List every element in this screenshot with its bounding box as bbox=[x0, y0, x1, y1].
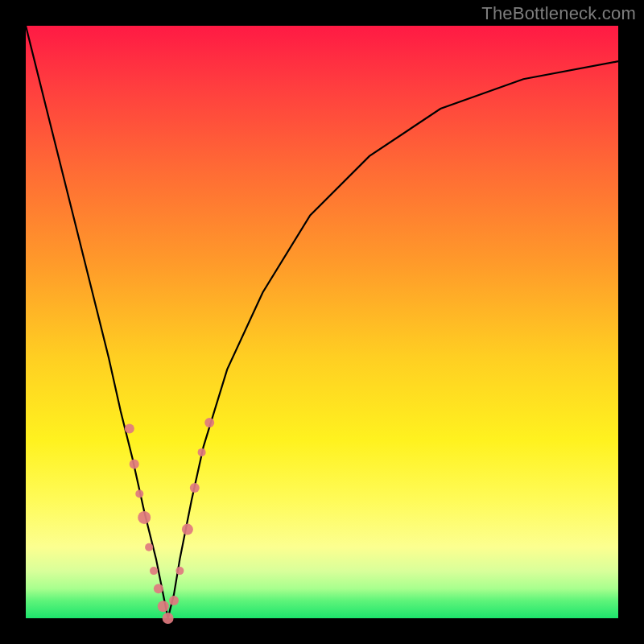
marker-group bbox=[125, 418, 214, 624]
data-marker bbox=[154, 584, 163, 593]
outer-frame: TheBottleneck.com bbox=[0, 0, 644, 644]
data-marker bbox=[158, 601, 169, 612]
chart-svg bbox=[26, 26, 618, 618]
data-marker bbox=[175, 567, 184, 575]
data-marker bbox=[135, 489, 143, 497]
data-marker bbox=[182, 524, 193, 535]
data-marker bbox=[150, 567, 158, 575]
data-marker bbox=[145, 543, 153, 551]
data-marker bbox=[125, 424, 134, 434]
data-marker bbox=[169, 596, 179, 605]
bottleneck-curve bbox=[26, 26, 618, 618]
data-marker bbox=[163, 613, 174, 624]
data-marker bbox=[130, 460, 139, 469]
data-marker bbox=[198, 448, 206, 456]
data-marker bbox=[204, 418, 214, 427]
data-marker bbox=[138, 511, 151, 524]
data-marker bbox=[190, 483, 200, 493]
watermark-text: TheBottleneck.com bbox=[481, 3, 636, 24]
